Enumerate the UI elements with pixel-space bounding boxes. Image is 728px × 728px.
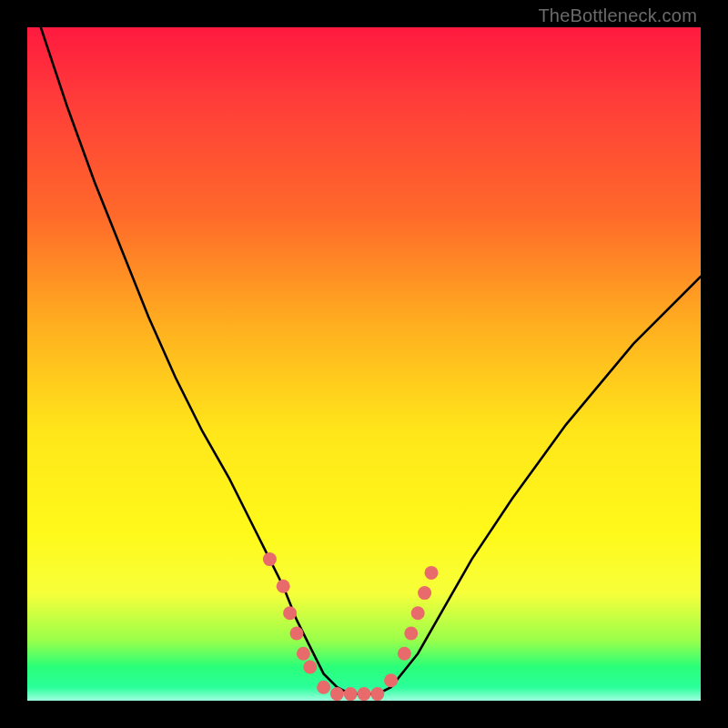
curve-marker bbox=[290, 627, 304, 641]
curve-marker bbox=[398, 647, 411, 661]
curve-marker bbox=[303, 661, 317, 674]
curve-marker bbox=[358, 687, 371, 701]
valley-curve bbox=[41, 27, 701, 694]
curve-marker bbox=[404, 627, 418, 641]
curve-marker bbox=[370, 687, 384, 701]
plot-area bbox=[27, 27, 701, 701]
chart-frame: TheBottleneck.com bbox=[0, 0, 728, 728]
curve-svg bbox=[27, 27, 701, 701]
curve-marker bbox=[330, 687, 344, 701]
curve-marker bbox=[277, 580, 290, 593]
watermark-text: TheBottleneck.com bbox=[538, 5, 697, 26]
curve-marker bbox=[283, 606, 297, 620]
curve-marker bbox=[411, 606, 425, 620]
curve-marker bbox=[317, 681, 330, 694]
curve-marker bbox=[418, 586, 431, 600]
curve-marker bbox=[297, 647, 310, 661]
curve-marker bbox=[344, 687, 358, 701]
curve-marker bbox=[425, 566, 439, 580]
curve-markers bbox=[263, 552, 439, 701]
curve-marker bbox=[384, 673, 398, 687]
curve-marker bbox=[263, 552, 277, 566]
